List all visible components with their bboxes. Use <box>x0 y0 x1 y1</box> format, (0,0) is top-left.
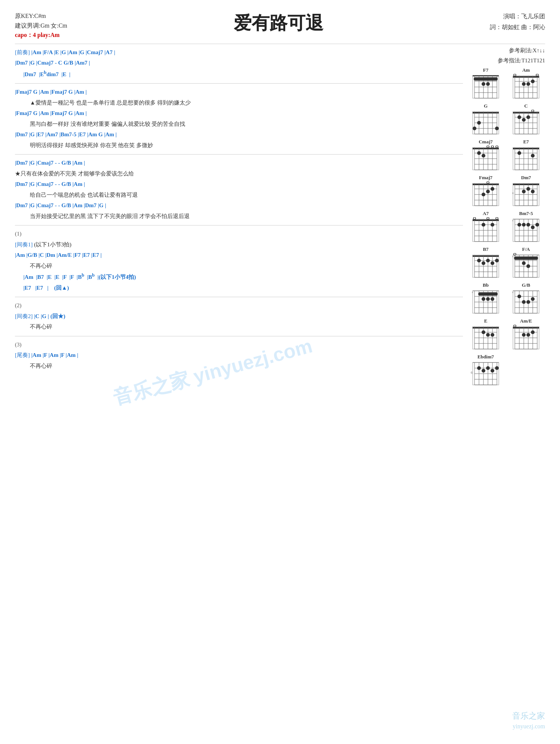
svg-point-93 <box>531 154 535 158</box>
divider2 <box>15 154 463 155</box>
svg-point-257 <box>522 333 526 337</box>
verse1-chords2: |Fmaj7 G |Am |Fmaj7 G |Am | <box>15 108 463 119</box>
interlude2-block: (2) [间奏2] |C |G | (回★) 不再心碎 <box>15 300 463 332</box>
svg-point-228 <box>531 297 535 301</box>
chord-fmaj7-name: Fmaj7 <box>479 175 492 181</box>
chord-cmaj7-name: Cmaj7 <box>479 139 493 145</box>
chord-b7: B7 <box>467 246 505 279</box>
svg-rect-12 <box>474 77 498 81</box>
svg-point-241 <box>482 330 485 334</box>
watermark-url: yinyuezj.com <box>513 723 545 730</box>
chord-e: E <box>467 318 505 351</box>
svg-point-226 <box>522 300 526 304</box>
outro-header: [尾奏] |Am |F |Am |F |Am | <box>15 350 463 361</box>
chord-dm7-diagram: × <box>511 181 541 208</box>
chord-am-name: Am <box>522 67 530 73</box>
interlude2-label: [间奏2] <box>15 313 33 319</box>
page: 音乐之家 yinyuezj.com 音乐之家 yinyuezj.com 原KEY… <box>0 0 560 744</box>
song-title: 爱有路可退 <box>67 11 490 35</box>
svg-point-46 <box>495 127 499 130</box>
key-suggestion: 建议男调:Gm 女:Cm <box>15 21 67 31</box>
svg-point-211 <box>491 297 494 301</box>
chord-e7-name: E7 <box>523 139 529 145</box>
svg-point-273 <box>477 366 481 370</box>
svg-point-227 <box>526 300 530 304</box>
chord-ame: Am/E <box>507 318 545 351</box>
svg-point-158 <box>526 223 530 227</box>
svg-point-243 <box>491 333 494 337</box>
outro-label: [尾奏] <box>15 352 30 358</box>
outro-line1: |Am |F |Am |F |Am | <box>31 352 78 358</box>
svg-point-209 <box>482 297 485 301</box>
chord-fmaj7: Fmaj7 <box>467 175 505 208</box>
svg-point-61 <box>522 118 526 122</box>
svg-point-276 <box>491 369 494 373</box>
chord-am: Am <box>507 67 545 100</box>
chord-e7: E7 <box>507 139 545 172</box>
svg-point-107 <box>482 193 485 196</box>
chord-gb-diagram: × <box>511 289 541 315</box>
paren1: (1) <box>15 228 463 239</box>
interlude1-sub: (以下1小节3拍) <box>34 242 71 248</box>
verse1-block: |Fmaj7 G |Am |Fmaj7 G |Am | ▲愛情是一種記号 也是一… <box>15 87 463 150</box>
interlude2-header: [间奏2] |C |G | (回★) <box>15 311 463 322</box>
chord-ebdim7-diagram: 6 <box>471 361 501 387</box>
chord-am-diagram <box>511 74 541 100</box>
chord-e-diagram <box>471 325 501 351</box>
svg-point-141 <box>482 223 485 227</box>
svg-point-174 <box>482 261 485 265</box>
chord-fmaj7-diagram <box>471 181 501 208</box>
interlude1-lyric1: 不再心碎 <box>15 261 463 271</box>
prelude-chords3: |Dm7 |Ebdim7 |E | <box>15 68 463 80</box>
outro-block: (3) [尾奏] |Am |F |Am |F |Am | 不再心碎 <box>15 339 463 371</box>
chord-sidebar: 参考刷法:X↑↓↓ 参考指法:T121T121 F7 <box>467 47 545 387</box>
performer: 演唱：飞儿乐团 <box>490 11 545 22</box>
svg-point-109 <box>491 187 494 191</box>
chord-b7-name: B7 <box>483 246 488 252</box>
svg-point-92 <box>517 151 521 155</box>
chord-bb: Bb × <box>467 282 505 315</box>
svg-point-30 <box>526 82 530 86</box>
capo-line: capo：4 play:Am <box>15 30 67 40</box>
chord-ebdim7-name: Ebdim7 <box>477 354 494 360</box>
paren3: (3) <box>15 339 463 350</box>
ref-strum: 参考刷法:X↑↓↓ <box>467 47 545 54</box>
svg-point-274 <box>482 369 485 373</box>
chorus-lyrics1: ★只有在体会爱的不完美 才能够学会爱该怎么给 <box>15 168 463 179</box>
chorus-chords3: |Dm7 |G |Cmaj7 - - G/B |Am |Dm7 |G | <box>15 200 463 211</box>
chord-cmaj7: Cmaj7 <box>467 139 505 172</box>
chord-e7-diagram <box>511 146 541 172</box>
chorus-chords1: |Dm7 |G |Cmaj7 - - G/B |Am | <box>15 158 463 168</box>
interlude1-header: [间奏1] (以下1小节3拍) <box>15 239 463 250</box>
verse1-lyrics2: 黑与白都一样好 没有谁绝对重要 偏偏人就爱比较 受的苦全自找 <box>15 119 463 130</box>
chord-ame-diagram <box>511 325 541 351</box>
divider4 <box>15 297 463 297</box>
svg-point-79 <box>482 154 485 158</box>
divider1 <box>15 83 463 84</box>
prelude-line1: [前奏] |Am |F/A |E |G |Am |G |Cmaj7 |A7 | <box>15 47 463 58</box>
svg-point-157 <box>522 223 526 227</box>
header-left: 原KEY:C#m 建议男调:Gm 女:Cm capo：4 play:Am <box>15 11 67 40</box>
interlude1-block: (1) [间奏1] (以下1小节3拍) |Am |G/B |C |Dm |Am/… <box>15 228 463 293</box>
prelude-label: [前奏] <box>15 49 30 55</box>
chord-b7-diagram <box>471 253 501 279</box>
prelude-chords1: |Am |F/A |E |G |Am |G |Cmaj7 |A7 | <box>31 49 115 55</box>
svg-point-13 <box>482 82 485 86</box>
svg-point-125 <box>531 190 535 193</box>
chord-fa: F/A × <box>507 246 545 279</box>
chord-a7-diagram <box>471 217 501 243</box>
svg-point-277 <box>495 366 499 370</box>
main-content: [前奏] |Am |F/A |E |G |Am |G |Cmaj7 |A7 | … <box>15 47 545 387</box>
header-right: 演唱：飞儿乐团 詞：胡如虹 曲：阿沁 <box>490 11 545 33</box>
chord-bb-diagram: × <box>471 289 501 315</box>
chord-f7: F7 <box>467 67 505 100</box>
svg-point-258 <box>526 333 530 337</box>
svg-point-173 <box>477 259 481 262</box>
chord-bm7-5-name: Bm7-5 <box>519 211 533 217</box>
header-center: 爱有路可退 <box>67 11 490 37</box>
svg-point-14 <box>486 82 490 86</box>
svg-rect-192 <box>514 256 538 260</box>
prelude-chords2: |Dm7 |G |Cmaj7 - C G/B |Am7 | <box>15 57 463 68</box>
svg-point-225 <box>517 295 521 298</box>
chord-e-name: E <box>484 318 488 324</box>
